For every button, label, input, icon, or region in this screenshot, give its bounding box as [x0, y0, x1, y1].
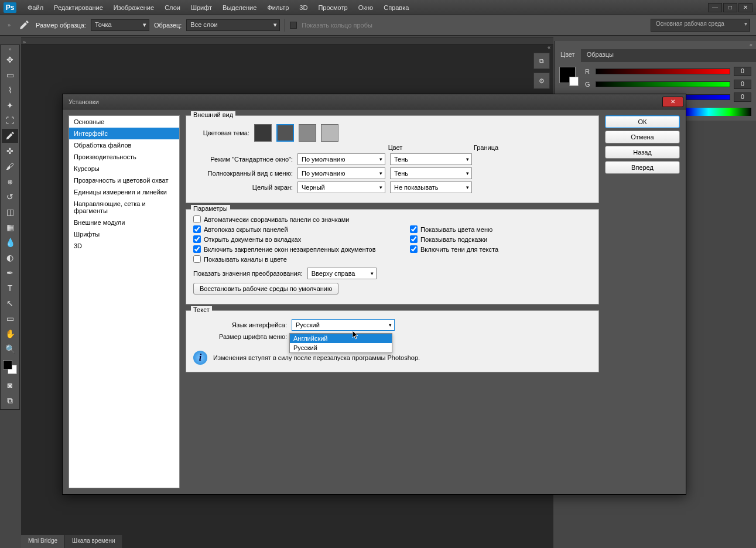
channels-color-checkbox[interactable]: Показывать каналы в цвете	[193, 255, 398, 263]
dodge-tool[interactable]: ◐	[2, 251, 18, 265]
language-option-russian[interactable]: Русский	[290, 343, 392, 352]
cat-type[interactable]: Шрифты	[69, 228, 179, 240]
cat-cursors[interactable]: Курсоры	[69, 163, 179, 174]
brush-tool[interactable]: 🖌	[2, 159, 18, 173]
gradient-tool[interactable]: ▦	[2, 220, 18, 234]
cat-general[interactable]: Основные	[69, 116, 179, 128]
menu-select[interactable]: Выделение	[217, 4, 262, 11]
crop-tool[interactable]: ⛶	[2, 114, 18, 128]
workspace-select[interactable]: Основная рабочая среда	[651, 19, 750, 32]
history-panel-icon[interactable]: ⧉	[533, 53, 550, 69]
marquee-tool[interactable]: ▭	[2, 68, 18, 82]
theme-mediumlight[interactable]	[299, 124, 316, 142]
menu-view[interactable]: Просмотр	[313, 4, 353, 11]
menu-image[interactable]: Изображение	[108, 4, 159, 11]
next-button[interactable]: Вперед	[605, 161, 680, 174]
tools-expand-icon[interactable]: »	[6, 46, 13, 52]
panel-color-swatch[interactable]	[559, 67, 576, 83]
r-slider[interactable]	[596, 68, 730, 74]
stamp-tool[interactable]: ⎈	[2, 174, 18, 189]
auto-collapse-checkbox[interactable]: Автоматически сворачивать панели со знач…	[193, 215, 398, 223]
standard-color-select[interactable]: По умолчанию	[297, 153, 385, 165]
fullscreen-menu-color-select[interactable]: По умолчанию	[297, 167, 385, 179]
menu-help[interactable]: Справка	[378, 4, 414, 11]
restore-workspaces-button[interactable]: Восстановить рабочие среды по умолчанию	[193, 283, 338, 294]
menu-colors-checkbox[interactable]: Показывать цвета меню	[410, 225, 591, 233]
open-tabs-checkbox[interactable]: Открыть документы во вкладках	[193, 235, 398, 243]
eyedropper-tool-icon[interactable]	[17, 18, 31, 32]
dialog-close-button[interactable]: ✕	[662, 97, 683, 107]
menu-edit[interactable]: Редактирование	[49, 4, 108, 11]
fullscreen-menu-label: Полноэкранный вид с меню:	[193, 170, 293, 177]
text-legend: Текст	[191, 306, 212, 313]
color-tab[interactable]: Цвет	[555, 49, 581, 62]
type-tool[interactable]: T	[2, 281, 18, 295]
fullscreen-border-select[interactable]: Не показывать	[390, 181, 472, 193]
cancel-button[interactable]: Отмена	[605, 131, 680, 143]
options-expand-icon[interactable]: »	[6, 22, 12, 28]
g-value[interactable]: 0	[734, 80, 751, 89]
shape-tool[interactable]: ▭	[2, 311, 18, 326]
timeline-tab[interactable]: Шкала времени	[65, 535, 122, 548]
menu-3d[interactable]: 3D	[294, 4, 313, 11]
screen-mode-toggle[interactable]: ⧉	[2, 393, 18, 407]
properties-panel-icon[interactable]: ⚙	[533, 73, 550, 89]
cat-3d[interactable]: 3D	[69, 240, 179, 252]
window-close-button[interactable]: ✕	[738, 3, 752, 12]
ok-button[interactable]: ОК	[605, 115, 680, 128]
window-minimize-button[interactable]: —	[708, 3, 722, 12]
window-maximize-button[interactable]: □	[723, 3, 737, 12]
theme-dark[interactable]	[254, 124, 272, 142]
menu-file[interactable]: Файл	[22, 4, 49, 11]
fullscreen-color-select[interactable]: Черный	[297, 181, 385, 193]
theme-mediumdark[interactable]	[276, 124, 294, 142]
menu-filter[interactable]: Фильтр	[262, 4, 294, 11]
tooltips-checkbox[interactable]: Показывать подсказки	[410, 235, 591, 243]
auto-show-checkbox[interactable]: Автопоказ скрытых панелей	[193, 225, 398, 233]
sample-select[interactable]: Все слои	[186, 19, 280, 31]
b-value[interactable]: 0	[734, 93, 751, 102]
cat-interface[interactable]: Интерфейс	[69, 128, 179, 139]
r-value[interactable]: 0	[734, 67, 751, 76]
mini-bridge-tab[interactable]: Mini Bridge	[21, 535, 65, 548]
standard-border-select[interactable]: Тень	[390, 153, 472, 165]
lasso-tool[interactable]: ⌇	[2, 83, 18, 97]
text-shadow-checkbox[interactable]: Включить тени для текста	[410, 245, 591, 253]
color-swatches[interactable]	[3, 360, 17, 374]
cat-transparency[interactable]: Прозрачность и цветовой охват	[69, 174, 179, 186]
healing-tool[interactable]: ✜	[2, 144, 18, 158]
cat-filehandling[interactable]: Обработка файлов	[69, 139, 179, 151]
dialog-titlebar[interactable]: Установки ✕	[63, 94, 686, 109]
theme-light[interactable]	[321, 124, 338, 142]
history-brush-tool[interactable]: ↺	[2, 190, 18, 204]
quick-mask-toggle[interactable]: ◙	[2, 378, 18, 392]
show-ring-checkbox[interactable]	[290, 22, 297, 29]
ui-language-select[interactable]: Русский	[292, 319, 395, 331]
menu-window[interactable]: Окно	[353, 4, 379, 11]
docking-checkbox[interactable]: Включить закрепление окон незакрепленных…	[193, 245, 398, 253]
magic-wand-tool[interactable]: ✦	[2, 98, 18, 112]
swatches-tab[interactable]: Образцы	[581, 49, 620, 62]
g-slider[interactable]	[596, 81, 730, 87]
right-panel-collapse-icon[interactable]: «	[555, 41, 756, 49]
eraser-tool[interactable]: ◫	[2, 205, 18, 219]
prev-button[interactable]: Назад	[605, 146, 680, 159]
cat-guides[interactable]: Направляющие, сетка и фрагменты	[69, 198, 179, 217]
sample-size-select[interactable]: Точка	[91, 19, 149, 31]
strip-collapse-icon[interactable]: «	[531, 44, 552, 50]
transform-values-select[interactable]: Вверху справа	[307, 268, 377, 279]
zoom-tool[interactable]: 🔍	[2, 342, 18, 356]
cat-plugins[interactable]: Внешние модули	[69, 217, 179, 228]
language-option-english[interactable]: Английский	[290, 334, 392, 343]
menu-layers[interactable]: Слои	[159, 4, 186, 11]
eyedropper-tool[interactable]	[2, 129, 18, 143]
fullscreen-menu-border-select[interactable]: Тень	[390, 167, 472, 179]
menu-type[interactable]: Шрифт	[186, 4, 217, 11]
pen-tool[interactable]: ✒	[2, 266, 18, 280]
cat-units[interactable]: Единицы измерения и линейки	[69, 186, 179, 198]
hand-tool[interactable]: ✋	[2, 327, 18, 341]
blur-tool[interactable]: 💧	[2, 235, 18, 249]
path-select-tool[interactable]: ↖	[2, 296, 18, 310]
cat-performance[interactable]: Производительность	[69, 151, 179, 163]
move-tool[interactable]: ✥	[2, 53, 18, 67]
